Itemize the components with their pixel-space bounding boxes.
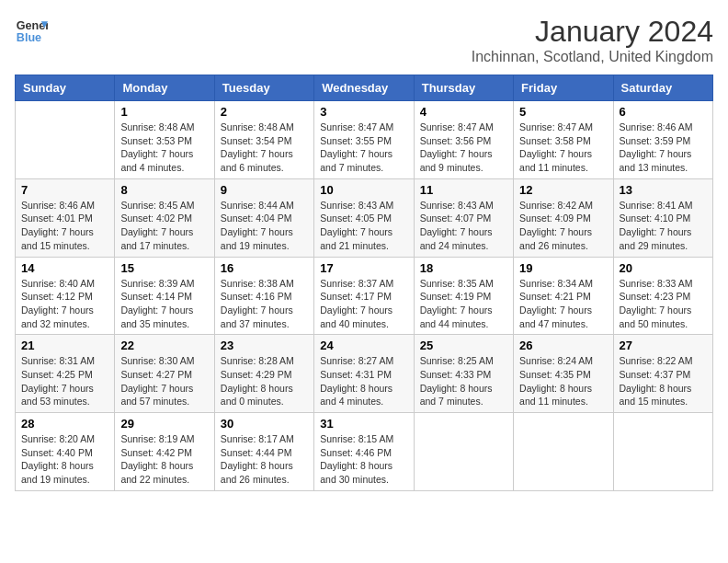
cell-date-num: 8 <box>120 183 208 197</box>
calendar-cell: 9 Sunrise: 8:44 AM Sunset: 4:04 PM Dayli… <box>214 178 313 257</box>
cell-info: Sunrise: 8:34 AM Sunset: 4:21 PM Dayligh… <box>519 277 607 331</box>
cell-sunrise: Sunrise: 8:48 AM <box>120 121 208 134</box>
cell-daylight: Daylight: 7 hours and 15 minutes. <box>21 225 108 252</box>
cell-daylight: Daylight: 8 hours and 0 minutes. <box>221 382 308 408</box>
cell-info: Sunrise: 8:41 AM Sunset: 4:10 PM Dayligh… <box>620 199 707 253</box>
cell-daylight: Daylight: 7 hours and 29 minutes. <box>620 225 707 252</box>
cell-sunset: Sunset: 4:04 PM <box>221 212 308 225</box>
cell-daylight: Daylight: 7 hours and 4 minutes. <box>120 147 208 174</box>
calendar-cell: 12 Sunrise: 8:42 AM Sunset: 4:09 PM Dayl… <box>514 178 613 257</box>
cell-daylight: Daylight: 8 hours and 19 minutes. <box>21 459 108 486</box>
cell-sunset: Sunset: 4:27 PM <box>120 368 208 382</box>
cell-date-num: 29 <box>120 417 208 431</box>
cell-sunset: Sunset: 4:29 PM <box>221 368 308 382</box>
calendar-cell: 27 Sunrise: 8:22 AM Sunset: 4:37 PM Dayl… <box>613 335 712 413</box>
cell-daylight: Daylight: 7 hours and 57 minutes. <box>120 382 208 408</box>
cell-date-num: 3 <box>320 105 407 119</box>
cell-date-num: 10 <box>320 183 407 197</box>
cell-info: Sunrise: 8:35 AM Sunset: 4:19 PM Dayligh… <box>420 277 507 331</box>
cell-sunset: Sunset: 4:31 PM <box>320 368 407 382</box>
cell-date-num: 2 <box>221 105 308 119</box>
cell-date-num: 23 <box>221 339 308 352</box>
col-thursday: Thursday <box>414 75 513 101</box>
cell-date-num: 15 <box>120 261 208 275</box>
cell-sunset: Sunset: 3:58 PM <box>519 134 607 148</box>
cell-daylight: Daylight: 7 hours and 40 minutes. <box>320 304 407 330</box>
cell-date-num: 4 <box>420 105 507 119</box>
cell-info: Sunrise: 8:20 AM Sunset: 4:40 PM Dayligh… <box>21 432 108 487</box>
cell-daylight: Daylight: 7 hours and 21 minutes. <box>320 225 407 252</box>
calendar-cell: 24 Sunrise: 8:27 AM Sunset: 4:31 PM Dayl… <box>314 335 414 413</box>
logo-icon: General Blue <box>15 15 48 48</box>
cell-info: Sunrise: 8:37 AM Sunset: 4:17 PM Dayligh… <box>320 277 407 331</box>
cell-sunset: Sunset: 4:09 PM <box>519 212 607 225</box>
cell-info: Sunrise: 8:47 AM Sunset: 3:55 PM Dayligh… <box>320 121 407 175</box>
cell-info: Sunrise: 8:24 AM Sunset: 4:35 PM Dayligh… <box>519 354 607 408</box>
cell-sunset: Sunset: 4:02 PM <box>120 212 208 225</box>
cell-daylight: Daylight: 8 hours and 26 minutes. <box>221 459 308 486</box>
cell-sunrise: Sunrise: 8:15 AM <box>320 432 407 446</box>
calendar-cell: 14 Sunrise: 8:40 AM Sunset: 4:12 PM Dayl… <box>16 257 115 335</box>
cell-info: Sunrise: 8:46 AM Sunset: 4:01 PM Dayligh… <box>21 199 108 253</box>
cell-sunset: Sunset: 4:44 PM <box>221 446 308 460</box>
cell-daylight: Daylight: 8 hours and 15 minutes. <box>620 382 707 408</box>
calendar-title: January 2024 <box>472 15 713 49</box>
cell-daylight: Daylight: 8 hours and 7 minutes. <box>420 382 507 408</box>
cell-sunrise: Sunrise: 8:46 AM <box>620 121 707 134</box>
cell-info: Sunrise: 8:43 AM Sunset: 4:07 PM Dayligh… <box>420 199 507 253</box>
calendar-cell: 20 Sunrise: 8:33 AM Sunset: 4:23 PM Dayl… <box>613 257 712 335</box>
cell-sunrise: Sunrise: 8:19 AM <box>120 432 208 446</box>
cell-info: Sunrise: 8:25 AM Sunset: 4:33 PM Dayligh… <box>420 354 507 408</box>
cell-date-num: 16 <box>221 261 308 275</box>
calendar-subtitle: Inchinnan, Scotland, United Kingdom <box>472 49 713 65</box>
cell-date-num: 28 <box>21 417 108 431</box>
cell-date-num: 25 <box>420 339 507 352</box>
cell-info: Sunrise: 8:43 AM Sunset: 4:05 PM Dayligh… <box>320 199 407 253</box>
page-header: General Blue January 2024 Inchinnan, Sco… <box>15 15 713 65</box>
cell-daylight: Daylight: 7 hours and 47 minutes. <box>519 304 607 330</box>
cell-sunrise: Sunrise: 8:47 AM <box>320 121 407 134</box>
calendar-cell: 25 Sunrise: 8:25 AM Sunset: 4:33 PM Dayl… <box>414 335 513 413</box>
calendar-cell <box>414 413 513 491</box>
cell-sunrise: Sunrise: 8:42 AM <box>519 199 607 213</box>
cell-date-num: 20 <box>620 261 707 275</box>
cell-info: Sunrise: 8:15 AM Sunset: 4:46 PM Dayligh… <box>320 432 407 487</box>
cell-date-num: 13 <box>620 183 707 197</box>
cell-date-num: 31 <box>320 417 407 431</box>
calendar-cell: 30 Sunrise: 8:17 AM Sunset: 4:44 PM Dayl… <box>214 413 313 491</box>
calendar-cell: 3 Sunrise: 8:47 AM Sunset: 3:55 PM Dayli… <box>314 101 414 179</box>
calendar-cell: 11 Sunrise: 8:43 AM Sunset: 4:07 PM Dayl… <box>414 178 513 257</box>
col-saturday: Saturday <box>613 75 712 101</box>
cell-daylight: Daylight: 7 hours and 6 minutes. <box>221 147 308 174</box>
cell-info: Sunrise: 8:44 AM Sunset: 4:04 PM Dayligh… <box>221 199 308 253</box>
cell-daylight: Daylight: 8 hours and 30 minutes. <box>320 459 407 486</box>
calendar-cell: 26 Sunrise: 8:24 AM Sunset: 4:35 PM Dayl… <box>514 335 613 413</box>
cell-daylight: Daylight: 7 hours and 13 minutes. <box>620 147 707 174</box>
calendar-week-3: 14 Sunrise: 8:40 AM Sunset: 4:12 PM Dayl… <box>16 257 713 335</box>
calendar-cell <box>16 101 115 179</box>
cell-date-num: 30 <box>221 417 308 431</box>
cell-daylight: Daylight: 7 hours and 50 minutes. <box>620 304 707 330</box>
cell-sunrise: Sunrise: 8:28 AM <box>221 354 308 368</box>
calendar-cell: 21 Sunrise: 8:31 AM Sunset: 4:25 PM Dayl… <box>16 335 115 413</box>
cell-sunrise: Sunrise: 8:35 AM <box>420 277 507 291</box>
cell-date-num: 1 <box>120 105 208 119</box>
cell-date-num: 21 <box>21 339 108 352</box>
cell-sunrise: Sunrise: 8:25 AM <box>420 354 507 368</box>
calendar-cell: 1 Sunrise: 8:48 AM Sunset: 3:53 PM Dayli… <box>115 101 214 179</box>
cell-sunset: Sunset: 4:14 PM <box>120 290 208 304</box>
cell-sunset: Sunset: 4:01 PM <box>21 212 108 225</box>
cell-info: Sunrise: 8:48 AM Sunset: 3:54 PM Dayligh… <box>221 121 308 175</box>
cell-sunrise: Sunrise: 8:47 AM <box>519 121 607 134</box>
cell-sunset: Sunset: 4:12 PM <box>21 290 108 304</box>
calendar-cell: 7 Sunrise: 8:46 AM Sunset: 4:01 PM Dayli… <box>16 178 115 257</box>
cell-info: Sunrise: 8:22 AM Sunset: 4:37 PM Dayligh… <box>620 354 707 408</box>
col-friday: Friday <box>514 75 613 101</box>
cell-sunset: Sunset: 4:21 PM <box>519 290 607 304</box>
cell-sunset: Sunset: 4:25 PM <box>21 368 108 382</box>
calendar-cell: 10 Sunrise: 8:43 AM Sunset: 4:05 PM Dayl… <box>314 178 414 257</box>
cell-sunset: Sunset: 4:42 PM <box>120 446 208 460</box>
cell-sunrise: Sunrise: 8:30 AM <box>120 354 208 368</box>
calendar-cell: 23 Sunrise: 8:28 AM Sunset: 4:29 PM Dayl… <box>214 335 313 413</box>
cell-info: Sunrise: 8:47 AM Sunset: 3:58 PM Dayligh… <box>519 121 607 175</box>
